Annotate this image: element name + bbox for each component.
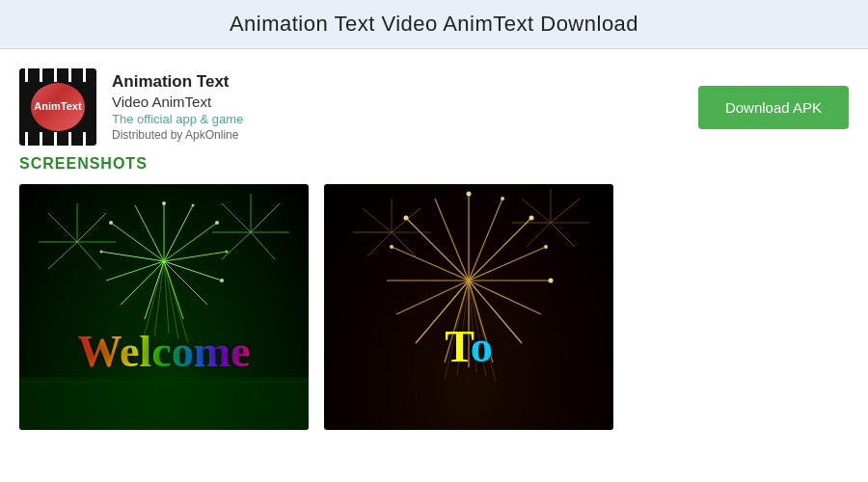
svg-line-72 xyxy=(551,199,580,223)
svg-line-75 xyxy=(527,223,551,247)
svg-line-68 xyxy=(367,232,392,256)
page-title: Animation Text Video AnimText Download xyxy=(0,12,868,37)
svg-point-59 xyxy=(529,216,534,221)
app-icon-label: AnimText xyxy=(34,100,81,113)
svg-line-43 xyxy=(469,218,531,281)
screenshots-heading: SCREENSHOTS xyxy=(19,155,849,173)
to-o-letter: o xyxy=(471,322,493,371)
svg-line-21 xyxy=(77,213,106,242)
svg-line-33 xyxy=(222,203,251,232)
page-header: Animation Text Video AnimText Download xyxy=(0,0,868,49)
app-title-line1: Animation Text xyxy=(112,72,243,92)
svg-point-60 xyxy=(544,245,548,249)
screenshot-1: Welcome xyxy=(19,184,309,430)
screenshots-section: SCREENSHOTS xyxy=(0,155,868,430)
svg-line-6 xyxy=(164,261,183,319)
svg-line-8 xyxy=(121,261,164,305)
svg-line-1 xyxy=(164,205,193,261)
svg-line-52 xyxy=(396,281,469,314)
app-left-section: AnimText Animation Text Video AnimText T… xyxy=(19,68,243,146)
screenshots-row: Welcome xyxy=(19,184,849,430)
svg-point-63 xyxy=(404,216,409,221)
download-apk-button[interactable]: Download APK xyxy=(698,86,849,129)
app-official-label: The official app & game xyxy=(112,112,243,126)
svg-rect-39 xyxy=(19,377,309,430)
svg-line-23 xyxy=(77,242,101,269)
svg-line-70 xyxy=(363,208,392,232)
svg-line-46 xyxy=(469,281,541,314)
svg-point-13 xyxy=(162,201,166,205)
svg-line-9 xyxy=(106,261,164,281)
svg-line-12 xyxy=(135,205,164,261)
svg-point-17 xyxy=(220,279,224,282)
svg-point-62 xyxy=(390,245,393,249)
app-text-info: Animation Text Video AnimText The offici… xyxy=(112,72,243,142)
screenshot-2: To xyxy=(324,184,613,430)
svg-line-74 xyxy=(551,223,575,247)
svg-line-11 xyxy=(111,223,164,261)
svg-line-55 xyxy=(406,218,469,281)
svg-line-10 xyxy=(101,252,164,261)
app-info-row: AnimText Animation Text Video AnimText T… xyxy=(0,49,868,155)
svg-line-30 xyxy=(251,232,275,259)
svg-line-4 xyxy=(164,261,222,281)
svg-line-2 xyxy=(164,223,217,261)
app-icon-center: AnimText xyxy=(31,83,85,131)
svg-line-28 xyxy=(251,203,280,232)
svg-line-7 xyxy=(145,261,164,319)
welcome-label: Welcome xyxy=(78,327,251,376)
svg-point-18 xyxy=(100,251,103,254)
svg-point-15 xyxy=(215,221,219,225)
svg-point-57 xyxy=(467,192,472,197)
fireworks-svg-2 xyxy=(324,184,613,430)
screenshot-2-overlay-text: To xyxy=(324,321,613,372)
svg-line-77 xyxy=(522,199,551,223)
app-title-line2: Video AnimText xyxy=(112,94,243,110)
fireworks-svg-1 xyxy=(19,184,309,430)
svg-line-3 xyxy=(164,252,227,261)
svg-line-31 xyxy=(222,232,251,259)
film-strip-decoration: AnimText xyxy=(19,68,96,146)
svg-line-26 xyxy=(48,213,77,242)
svg-point-16 xyxy=(226,251,229,254)
svg-point-14 xyxy=(192,204,195,207)
to-t-letter: T xyxy=(445,322,470,371)
svg-line-24 xyxy=(48,242,77,269)
app-distributed-label: Distributed by ApkOnline xyxy=(112,128,243,142)
svg-point-19 xyxy=(109,221,113,225)
svg-point-61 xyxy=(549,279,554,283)
svg-line-67 xyxy=(392,232,416,256)
screenshot-1-overlay-text: Welcome xyxy=(19,326,309,377)
svg-point-58 xyxy=(501,197,504,201)
app-icon: AnimText xyxy=(19,68,96,146)
